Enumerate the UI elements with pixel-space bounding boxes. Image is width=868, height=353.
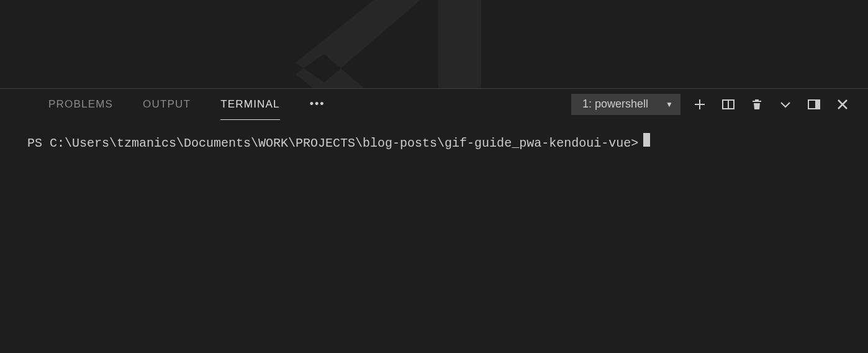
split-terminal-button[interactable] bbox=[714, 93, 743, 116]
close-panel-button[interactable] bbox=[828, 93, 857, 116]
ellipsis-icon: ••• bbox=[310, 98, 325, 111]
chevron-down-icon bbox=[779, 98, 792, 111]
kill-terminal-button[interactable] bbox=[743, 93, 771, 116]
panel-right-icon bbox=[808, 98, 820, 111]
trash-icon bbox=[751, 98, 763, 111]
plus-icon bbox=[694, 98, 706, 111]
expand-panel-button[interactable] bbox=[771, 93, 800, 116]
new-terminal-button[interactable] bbox=[685, 93, 714, 116]
panel-more-tabs[interactable]: ••• bbox=[295, 98, 340, 111]
panel-tabs: PROBLEMS OUTPUT TERMINAL ••• bbox=[0, 89, 340, 119]
terminal-selected-label: 1: powershell bbox=[582, 98, 648, 111]
caret-down-icon: ▼ bbox=[666, 100, 673, 109]
terminal-body[interactable]: PS C:\Users\tzmanics\Documents\WORK\PROJ… bbox=[0, 119, 868, 164]
svg-rect-3 bbox=[815, 100, 820, 109]
tab-terminal[interactable]: TERMINAL bbox=[206, 89, 295, 119]
tab-output[interactable]: OUTPUT bbox=[128, 89, 206, 119]
panel-actions bbox=[685, 93, 857, 116]
vscode-logo-watermark bbox=[267, 0, 553, 88]
tab-problems[interactable]: PROBLEMS bbox=[0, 89, 128, 119]
toggle-panel-button[interactable] bbox=[800, 93, 828, 116]
terminal-selector-dropdown[interactable]: 1: powershell ▼ bbox=[571, 94, 680, 115]
terminal-prompt: PS C:\Users\tzmanics\Documents\WORK\PROJ… bbox=[27, 136, 638, 150]
panel-header: PROBLEMS OUTPUT TERMINAL ••• 1: powershe… bbox=[0, 88, 868, 119]
editor-area bbox=[0, 0, 868, 88]
terminal-cursor bbox=[643, 133, 650, 147]
close-icon bbox=[836, 98, 849, 111]
split-icon bbox=[722, 98, 735, 111]
